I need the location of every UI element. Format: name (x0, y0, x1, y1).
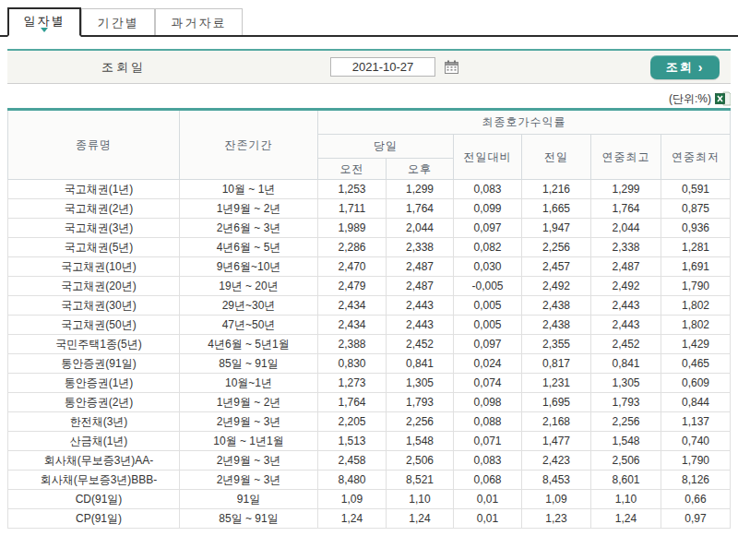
cell-year-low: 1,802 (661, 296, 731, 316)
table-row: CP(91일)85일 ~ 91일1,241,240,011,231,240,97 (8, 509, 731, 529)
cell-vs-previous: 0,099 (454, 199, 522, 219)
cell-am-yield: 1,273 (318, 374, 387, 393)
cell-bond-name[interactable]: 국고채권(30년) (8, 296, 180, 316)
cell-am-yield: 2,479 (318, 277, 387, 296)
cell-remaining-period: 2년9월 ~ 3년 (180, 471, 318, 490)
cell-bond-name[interactable]: 국고채권(1년) (8, 180, 180, 199)
cell-year-high: 2,492 (591, 277, 661, 296)
cell-bond-name[interactable]: 통안증권(1년) (8, 374, 180, 393)
cell-vs-previous: 0,098 (454, 393, 522, 412)
cell-bond-name[interactable]: 국고채권(10년) (8, 257, 180, 277)
tab-bar: 일자별 기간별 과거자료 (0, 7, 738, 37)
cell-year-low: 0,844 (661, 393, 731, 412)
cell-remaining-period: 2년6월 ~ 3년 (180, 219, 318, 238)
cell-year-high: 1,10 (591, 490, 661, 509)
cell-bond-name[interactable]: 국고채권(5년) (8, 238, 180, 257)
cell-bond-name[interactable]: 회사채(무보증3년)AA- (8, 451, 180, 471)
table-row: 통안증권(1년)10월~1년1,2731,3050,0741,2311,3050… (8, 374, 731, 393)
tab-history[interactable]: 과거자료 (155, 8, 243, 35)
cell-bond-name[interactable]: 통안증권(91일) (8, 354, 180, 374)
cell-vs-previous: 0,083 (454, 451, 522, 471)
unit-label: (단위:%) (669, 91, 711, 107)
cell-year-low: 1,790 (661, 277, 731, 296)
table-row: 통안증권(91일)85일 ~ 91일0,8300,8410,0240,8170,… (8, 354, 731, 374)
cell-bond-name[interactable]: 국고채권(50년) (8, 316, 180, 335)
cell-bond-name[interactable]: 국고채권(20년) (8, 277, 180, 296)
table-row: 국민주택1종(5년)4년6월 ~ 5년1월2,3882,4520,0972,35… (8, 335, 731, 354)
cell-vs-previous: 0,088 (454, 412, 522, 432)
search-button[interactable]: 조회 › (650, 55, 720, 79)
cell-am-yield: 1,764 (318, 393, 387, 412)
table-toolbar: (단위:%) (7, 84, 731, 108)
cell-previous-day: 2,256 (522, 238, 591, 257)
cell-am-yield: 2,434 (318, 296, 387, 316)
cell-pm-yield: 2,044 (387, 219, 454, 238)
cell-year-high: 2,443 (591, 316, 661, 335)
table-row: 국고채권(2년)1년9월 ~ 2년1,7111,7640,0991,6651,7… (8, 199, 731, 219)
query-date-input[interactable] (330, 57, 435, 77)
cell-bond-name[interactable]: 산금채(1년) (8, 432, 180, 451)
cell-previous-day: 2,423 (522, 451, 591, 471)
cell-remaining-period: 47년~50년 (180, 316, 318, 335)
cell-year-high: 2,256 (591, 412, 661, 432)
calendar-icon[interactable] (445, 60, 458, 74)
cell-previous-day: 2,355 (522, 335, 591, 354)
cell-vs-previous: 0,01 (454, 509, 522, 529)
cell-vs-previous: 0,01 (454, 490, 522, 509)
cell-pm-yield: 8,521 (387, 471, 454, 490)
cell-am-yield: 2,470 (318, 257, 387, 277)
cell-year-low: 0,740 (661, 432, 731, 451)
cell-year-low: 1,790 (661, 451, 731, 471)
tab-period[interactable]: 기간별 (81, 8, 155, 35)
header-bond-type: 종류명 (8, 110, 180, 180)
cell-vs-previous: 0,030 (454, 257, 522, 277)
cell-bond-name[interactable]: CD(91일) (8, 490, 180, 509)
chevron-right-icon: › (698, 61, 705, 74)
cell-remaining-period: 85일 ~ 91일 (180, 509, 318, 529)
cell-vs-previous: 0,074 (454, 374, 522, 393)
header-remaining-period: 잔존기간 (180, 110, 318, 180)
header-vs-previous-day: 전일대비 (454, 135, 522, 180)
yield-table: 종류명 잔존기간 최종호가수익률 당일 전일대비 전일 연중최고 연중최저 오전… (7, 108, 731, 529)
cell-year-high: 1,793 (591, 393, 661, 412)
header-final-yield-group: 최종호가수익률 (318, 110, 731, 135)
cell-bond-name[interactable]: CP(91일) (8, 509, 180, 529)
table-row: 국고채권(3년)2년6월 ~ 3년1,9892,0440,0971,9472,0… (8, 219, 731, 238)
cell-previous-day: 2,492 (522, 277, 591, 296)
header-year-low: 연중최저 (661, 135, 731, 180)
cell-year-high: 0,841 (591, 354, 661, 374)
header-today: 당일 (318, 135, 454, 159)
cell-year-low: 1,429 (661, 335, 731, 354)
excel-export-icon[interactable] (715, 91, 731, 106)
cell-bond-name[interactable]: 회사채(무보증3년)BBB- (8, 471, 180, 490)
cell-bond-name[interactable]: 국고채권(3년) (8, 219, 180, 238)
table-row: CD(91일)91일1,091,100,011,091,100,66 (8, 490, 731, 509)
cell-bond-name[interactable]: 국민주택1종(5년) (8, 335, 180, 354)
cell-am-yield: 8,480 (318, 471, 387, 490)
cell-year-low: 1,802 (661, 316, 731, 335)
cell-vs-previous: 0,068 (454, 471, 522, 490)
cell-year-low: 0,936 (661, 219, 731, 238)
cell-am-yield: 2,458 (318, 451, 387, 471)
table-row: 통안증권(2년)1년9월 ~ 2년1,7641,7930,0981,6951,7… (8, 393, 731, 412)
cell-year-low: 1,281 (661, 238, 731, 257)
cell-bond-name[interactable]: 한전채(3년) (8, 412, 180, 432)
cell-remaining-period: 4년6월 ~ 5년1월 (180, 335, 318, 354)
header-am: 오전 (318, 159, 387, 180)
cell-bond-name[interactable]: 통안증권(2년) (8, 393, 180, 412)
cell-previous-day: 2,168 (522, 412, 591, 432)
tab-period-label: 기간별 (98, 16, 139, 30)
table-row: 산금채(1년)10월 ~ 1년1월1,5131,5480,0711,4771,5… (8, 432, 731, 451)
cell-vs-previous: -0,005 (454, 277, 522, 296)
cell-am-yield: 1,24 (318, 509, 387, 529)
cell-year-low: 0,875 (661, 199, 731, 219)
query-date-label: 조회일 (101, 59, 146, 76)
tab-daily[interactable]: 일자별 (7, 7, 81, 37)
filter-bar: 조회일 조회 › (7, 49, 731, 84)
cell-pm-yield: 1,793 (387, 393, 454, 412)
cell-bond-name[interactable]: 국고채권(2년) (8, 199, 180, 219)
cell-year-low: 8,126 (661, 471, 731, 490)
cell-vs-previous: 0,097 (454, 219, 522, 238)
table-row: 회사채(무보증3년)BBB-2년9월 ~ 3년8,4808,5210,0688,… (8, 471, 731, 490)
cell-remaining-period: 29년~30년 (180, 296, 318, 316)
